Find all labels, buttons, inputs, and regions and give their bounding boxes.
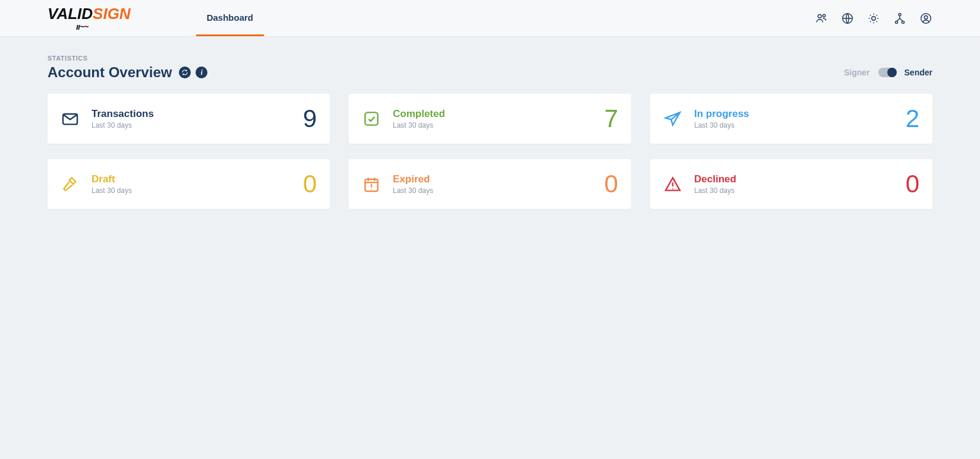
app-header: VALIDSIGN ıı~~ Dashboard [0,0,980,37]
card-expired[interactable]: Expired Last 30 days 0 [349,159,631,209]
signer-sender-switch[interactable] [878,68,896,77]
refresh-button[interactable] [179,67,191,78]
card-title: Completed [393,108,445,120]
svg-point-4 [899,13,901,15]
card-title: In progress [694,108,749,120]
switch-knob [887,68,897,77]
card-inprogress[interactable]: In progress Last 30 days 2 [650,94,932,144]
svg-rect-10 [365,112,377,125]
card-value: 0 [303,172,317,197]
svg-point-1 [823,14,825,17]
page-title: Account Overview [48,64,172,81]
card-title: Transactions [92,108,154,120]
card-draft[interactable]: Draft Last 30 days 0 [48,159,330,209]
calendar-alert-icon [360,172,383,196]
stats-grid: Transactions Last 30 days 9 Completed La… [48,94,932,209]
title-row: Account Overview i Signer Sender [48,64,932,81]
card-title: Draft [92,173,132,185]
card-sub: Last 30 days [92,186,132,195]
svg-point-3 [872,16,875,20]
card-value: 7 [604,106,618,131]
brand-part2: SIGN [93,6,131,21]
content-area: STATISTICS Account Overview i Signer Sen… [0,37,980,227]
envelope-icon [58,107,82,131]
card-sub: Last 30 days [92,121,154,129]
card-title: Expired [393,173,433,185]
card-sub: Last 30 days [393,121,445,129]
svg-point-12 [371,189,372,190]
card-completed[interactable]: Completed Last 30 days 7 [349,94,631,144]
warning-triangle-icon [661,172,685,196]
svg-point-13 [672,188,673,189]
svg-point-8 [924,15,928,19]
toggle-signer-label[interactable]: Signer [844,68,870,77]
contacts-icon[interactable] [815,12,828,25]
profile-icon[interactable] [919,12,932,25]
hierarchy-icon[interactable] [893,12,906,25]
card-title: Declined [694,173,736,185]
globe-icon[interactable] [841,12,854,25]
section-label: STATISTICS [48,55,932,62]
brand-part1: VALID [48,6,93,21]
card-value: 9 [303,106,317,131]
paper-plane-icon [661,107,685,131]
toggle-sender-label[interactable]: Sender [905,68,932,77]
card-transactions[interactable]: Transactions Last 30 days 9 [48,94,330,144]
svg-point-0 [818,14,821,18]
card-sub: Last 30 days [694,186,736,195]
main-nav: Dashboard [196,0,264,36]
view-toggle: Signer Sender [844,68,932,77]
svg-point-7 [921,13,931,23]
brightness-icon[interactable] [867,12,880,25]
check-square-icon [360,107,383,131]
card-declined[interactable]: Declined Last 30 days 0 [650,159,932,209]
brand-squiggle: ıı~~ [76,23,88,31]
nav-dashboard[interactable]: Dashboard [196,0,264,36]
card-sub: Last 30 days [694,121,749,129]
hammer-icon [58,172,82,196]
card-value: 2 [906,106,919,131]
card-value: 0 [604,172,618,197]
card-value: 0 [906,172,919,197]
card-sub: Last 30 days [393,186,433,195]
header-icon-bar [815,12,932,25]
brand-logo[interactable]: VALIDSIGN ıı~~ [48,6,131,31]
info-button[interactable]: i [196,67,207,78]
